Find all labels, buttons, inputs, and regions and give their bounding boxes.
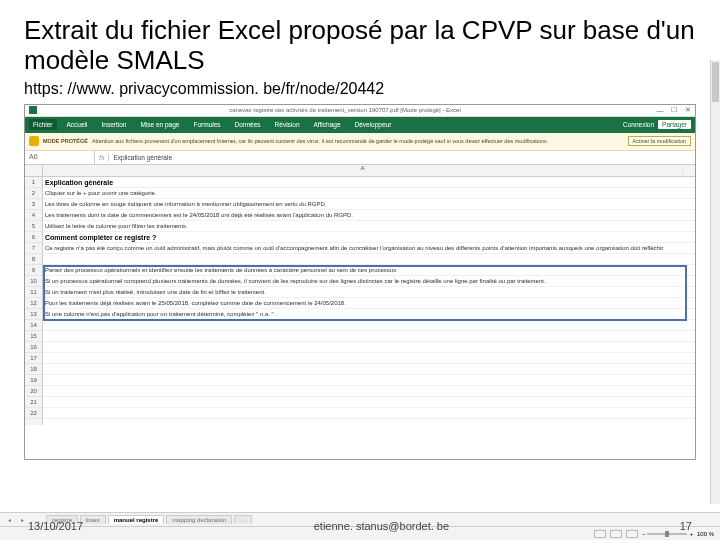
row-header[interactable]: 17 [25, 353, 42, 364]
row-header[interactable]: 19 [25, 375, 42, 386]
cell[interactable]: Partez des processus opérationnels et id… [43, 265, 695, 276]
row-header[interactable]: 18 [25, 364, 42, 375]
row-header[interactable]: 16 [25, 342, 42, 353]
enable-editing-button[interactable]: Activer la modification [628, 136, 692, 146]
excel-icon [29, 106, 37, 114]
protected-message: Attention aux fichiers provenant d'un em… [92, 138, 548, 144]
cell[interactable]: Si une colonne n'est pas d'application p… [43, 309, 695, 320]
cell[interactable] [43, 375, 695, 386]
share-button[interactable]: Partager [658, 120, 691, 129]
minimize-icon[interactable]: — [653, 105, 667, 115]
cell[interactable]: Si un processus opérationnel comprend pl… [43, 276, 695, 287]
cell[interactable] [43, 364, 695, 375]
row-header[interactable]: 5 [25, 221, 42, 232]
row-header[interactable]: 15 [25, 331, 42, 342]
protected-view-bar: MODE PROTÉGÉ Attention aux fichiers prov… [25, 133, 695, 151]
footer-email: etienne. stanus@bordet. be [314, 520, 449, 532]
cell[interactable]: Les traitements dont la date de commence… [43, 210, 695, 221]
slide-url: https: //www. privacycommission. be/fr/n… [24, 80, 696, 98]
row-header[interactable]: 6 [25, 232, 42, 243]
ribbon-tab-file[interactable]: Fichier [29, 119, 57, 130]
ribbon-tab[interactable]: Accueil [63, 119, 92, 130]
row-header[interactable]: 20 [25, 386, 42, 397]
row-header[interactable]: 11 [25, 287, 42, 298]
worksheet: 1 2 3 4 5 6 7 8 9 10 11 12 13 14 15 16 1… [25, 165, 695, 425]
cell-grid[interactable]: A Explication générale Cliquez sur le + … [43, 165, 695, 425]
cell[interactable]: Les titres de colonne en rouge indiquent… [43, 199, 695, 210]
row-header[interactable]: 1 [25, 177, 42, 188]
row-header[interactable]: 12 [25, 298, 42, 309]
cell[interactable]: Pour les traitements déjà réalisés avant… [43, 298, 695, 309]
maximize-icon[interactable]: ☐ [667, 105, 681, 115]
name-box[interactable]: A6 [25, 151, 95, 164]
ribbon-tab[interactable]: Développeur [351, 119, 396, 130]
window-titlebar: canevas registre ces activités de traite… [25, 105, 695, 117]
excel-screenshot: canevas registre ces activités de traite… [24, 104, 696, 460]
row-header[interactable]: 14 [25, 320, 42, 331]
slide-footer: 13/10/2017 etienne. stanus@bordet. be 17 [0, 520, 720, 532]
shield-icon [29, 136, 39, 146]
ribbon-tab[interactable]: Affichage [310, 119, 345, 130]
cell[interactable] [43, 331, 695, 342]
cell[interactable]: Cliquez sur le + pour ouvrir une catégor… [43, 188, 695, 199]
protected-label: MODE PROTÉGÉ [43, 138, 88, 144]
col-header[interactable]: A [43, 165, 683, 176]
ribbon-tab[interactable]: Révision [271, 119, 304, 130]
row-header[interactable]: 13 [25, 309, 42, 320]
row-header[interactable]: 8 [25, 254, 42, 265]
cell[interactable]: Explication générale [43, 177, 695, 188]
ribbon-tab[interactable]: Mise en page [136, 119, 183, 130]
row-header[interactable]: 22 [25, 408, 42, 419]
close-icon[interactable]: ✕ [681, 105, 695, 115]
row-headers: 1 2 3 4 5 6 7 8 9 10 11 12 13 14 15 16 1… [25, 165, 43, 425]
footer-page: 17 [680, 520, 692, 532]
formula-value[interactable]: Explication générale [109, 154, 176, 161]
cell[interactable]: Ce registre n'a pas été conçu comme un o… [43, 243, 695, 254]
cell[interactable] [43, 353, 695, 364]
ribbon-tab[interactable]: Insertion [97, 119, 130, 130]
formula-bar: A6 fx Explication générale [25, 151, 695, 165]
cell[interactable]: Si un traitement n'est plus réalisé, int… [43, 287, 695, 298]
cell[interactable] [43, 386, 695, 397]
row-header[interactable]: 9 [25, 265, 42, 276]
slide-title: Extrait du fichier Excel proposé par la … [24, 16, 696, 76]
cell[interactable]: Utilisez la lettre de colonne pour filtr… [43, 221, 695, 232]
row-header[interactable]: 7 [25, 243, 42, 254]
cell[interactable] [43, 408, 695, 419]
cell[interactable] [43, 254, 695, 265]
cell[interactable] [43, 320, 695, 331]
cell[interactable] [43, 397, 695, 408]
ribbon: Fichier Accueil Insertion Mise en page F… [25, 117, 695, 133]
ribbon-tab[interactable]: Formules [189, 119, 224, 130]
cell[interactable]: Comment compléter ce registre ? [43, 232, 695, 243]
row-header[interactable]: 3 [25, 199, 42, 210]
footer-date: 13/10/2017 [28, 520, 83, 532]
row-header[interactable]: 4 [25, 210, 42, 221]
row-header[interactable]: 2 [25, 188, 42, 199]
cell[interactable] [43, 342, 695, 353]
fx-icon[interactable]: fx [95, 154, 109, 161]
signin-label[interactable]: Connexion [623, 121, 654, 128]
row-header[interactable]: 21 [25, 397, 42, 408]
row-header[interactable]: 10 [25, 276, 42, 287]
select-all-corner[interactable] [25, 165, 42, 177]
window-title: canevas registre ces activités de traite… [37, 107, 653, 113]
ribbon-tab[interactable]: Données [231, 119, 265, 130]
